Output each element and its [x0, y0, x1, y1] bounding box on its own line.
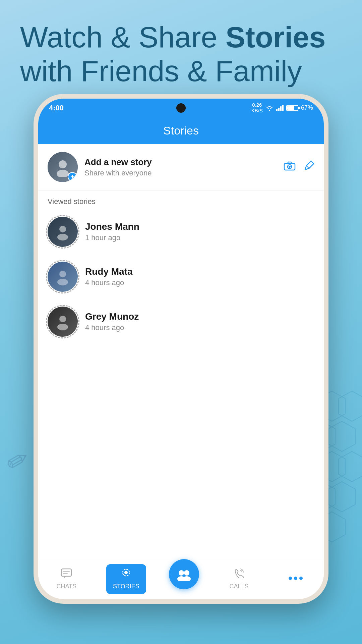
wifi-icon [265, 105, 274, 111]
dot-1 [289, 577, 292, 580]
svg-point-24 [57, 324, 68, 330]
chats-icon [61, 568, 72, 581]
grey-avatar [48, 307, 78, 337]
kb-speed: 0.26KB/S [251, 102, 263, 113]
svg-rect-13 [282, 105, 284, 111]
svg-point-14 [59, 160, 67, 168]
svg-point-22 [57, 279, 68, 285]
viewed-section-label: Viewed stories [38, 191, 324, 209]
camera-notch [176, 103, 186, 113]
chats-label: CHATS [56, 583, 76, 590]
add-story-text: Add a new story Share with everyone [84, 157, 277, 177]
status-time: 4:00 [49, 104, 64, 112]
jones-info: Jones Mann 1 hour ago [85, 221, 314, 242]
nav-more[interactable] [279, 577, 312, 582]
jones-name: Jones Mann [85, 221, 314, 232]
stories-label: STORIES [113, 583, 139, 590]
jones-avatar [48, 217, 78, 247]
signal-icon [276, 105, 284, 111]
svg-point-29 [124, 571, 128, 574]
status-bar: 4:00 0.26KB/S [38, 99, 324, 117]
rudy-info: Rudy Mata 4 hours ago [85, 266, 314, 287]
rudy-avatar [48, 262, 78, 292]
more-dots [289, 577, 303, 580]
jones-avatar-wrapper [48, 217, 78, 247]
svg-point-21 [59, 271, 66, 277]
svg-marker-3 [328, 421, 355, 451]
nav-stories[interactable]: STORIES [106, 564, 146, 594]
story-item-rudy[interactable]: Rudy Mata 4 hours ago [38, 254, 324, 299]
self-avatar: + [48, 152, 78, 182]
story-item-grey[interactable]: Grey Munoz 4 hours ago [38, 299, 324, 344]
rudy-name: Rudy Mata [85, 266, 314, 277]
headline-bold: Stories [226, 20, 325, 54]
svg-rect-11 [278, 108, 280, 111]
svg-point-31 [184, 570, 189, 576]
svg-point-9 [269, 110, 270, 111]
bottom-nav: CHATS STORIES [38, 559, 324, 599]
rudy-avatar-wrapper [48, 262, 78, 292]
dot-3 [299, 577, 303, 580]
status-indicators: 0.26KB/S 67% [251, 102, 313, 113]
grey-name: Grey Munoz [85, 311, 314, 322]
content-area: + Add a new story Share with everyone [38, 144, 324, 559]
jones-time: 1 hour ago [85, 233, 314, 242]
add-story-actions [284, 160, 314, 174]
stories-nav-wrapper: STORIES [106, 564, 146, 594]
nav-chats[interactable]: CHATS [50, 568, 83, 590]
svg-marker-7 [328, 482, 355, 512]
svg-point-19 [59, 226, 66, 232]
phone-inner: 4:00 0.26KB/S [38, 99, 324, 599]
svg-point-15 [57, 170, 69, 177]
grey-info: Grey Munoz 4 hours ago [85, 311, 314, 332]
svg-rect-10 [276, 109, 278, 111]
add-story-subtitle: Share with everyone [84, 169, 277, 177]
nav-group-fab[interactable] [169, 559, 199, 589]
grey-avatar-wrapper [48, 307, 78, 337]
battery-percent: 67% [301, 104, 313, 111]
pencil-decor: ✏ [0, 441, 36, 480]
story-item-jones[interactable]: Jones Mann 1 hour ago [38, 209, 324, 254]
calls-label: CALLS [229, 583, 248, 590]
svg-rect-12 [280, 106, 282, 111]
svg-point-18 [289, 166, 291, 168]
headline-line2: with Friends & Family [20, 54, 302, 88]
stories-icon [120, 568, 132, 581]
svg-point-30 [179, 570, 184, 576]
svg-point-23 [59, 316, 66, 322]
headline-line1: Watch & Share Stories [20, 20, 325, 54]
add-story-row[interactable]: + Add a new story Share with everyone [38, 144, 324, 191]
add-story-title: Add a new story [84, 157, 277, 167]
camera-icon[interactable] [284, 161, 296, 173]
battery-icon [286, 105, 298, 111]
app-title: Stories [163, 124, 199, 137]
svg-marker-5 [339, 451, 362, 482]
rudy-time: 4 hours ago [85, 278, 314, 287]
grey-time: 4 hours ago [85, 323, 314, 332]
dot-2 [294, 577, 297, 580]
plus-badge: + [68, 172, 77, 181]
calls-icon [234, 568, 244, 581]
edit-icon[interactable] [304, 160, 314, 174]
svg-point-20 [57, 234, 68, 240]
nav-calls[interactable]: CALLS [222, 568, 256, 590]
app-header: Stories [38, 117, 324, 144]
svg-rect-25 [61, 569, 71, 576]
headline: Watch & Share Stories with Friends & Fam… [20, 20, 342, 88]
svg-marker-1 [339, 391, 362, 421]
phone-frame: 4:00 0.26KB/S [34, 94, 328, 604]
